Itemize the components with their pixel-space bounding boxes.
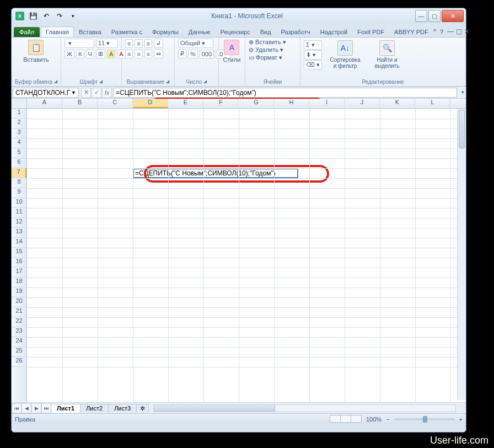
cancel-formula-button[interactable]: ✕	[81, 88, 91, 98]
qat-redo-icon[interactable]: ↷	[53, 10, 66, 22]
styles-button[interactable]: A Стили	[222, 39, 241, 64]
paste-button[interactable]: 📋 Вставить	[15, 39, 57, 64]
row-header-20[interactable]: 20	[12, 297, 26, 307]
help-icon[interactable]: ？	[438, 28, 445, 37]
zoom-slider-knob[interactable]	[423, 416, 427, 423]
zoom-in-button[interactable]: +	[459, 416, 463, 423]
mdi-max-icon[interactable]: ▢	[456, 28, 462, 37]
wrap-text-button[interactable]: ↲	[154, 39, 163, 48]
tab-addins[interactable]: Надстрой	[315, 26, 352, 37]
sort-filter-button[interactable]: A↓ Сортировка и фильтр	[326, 39, 364, 70]
qat-customize-icon[interactable]: ▾	[67, 10, 79, 22]
page-break-view-button[interactable]	[351, 415, 362, 423]
sheet-tab-3[interactable]: Лист3	[108, 404, 137, 413]
active-cell-editor[interactable]: =СЦЕПИТЬ("С Новым";СИМВОЛ(10);"Годом")	[133, 168, 298, 178]
page-layout-view-button[interactable]	[340, 415, 351, 423]
row-header-3[interactable]: 3	[12, 129, 26, 138]
tab-data[interactable]: Данные	[184, 26, 216, 37]
mdi-min-icon[interactable]: —	[447, 28, 454, 37]
tab-developer[interactable]: Разработч	[276, 26, 315, 37]
row-header-26[interactable]: 26	[12, 357, 26, 367]
row-header-19[interactable]: 19	[12, 287, 26, 297]
align-right-button[interactable]: ≡	[144, 50, 152, 58]
italic-button[interactable]: К	[76, 50, 84, 58]
sheet-tab-2[interactable]: Лист2	[80, 404, 109, 413]
sheet-nav-next-icon[interactable]: ▶	[31, 403, 41, 413]
insert-cells-button[interactable]: ⊕ Вставить ▾	[249, 39, 286, 46]
clipboard-launcher-icon[interactable]: ◢	[54, 79, 57, 85]
find-select-button[interactable]: 🔍 Найти и выделить	[368, 39, 406, 70]
mdi-close-icon[interactable]: ✕	[464, 28, 470, 37]
maximize-button[interactable]: ▢	[428, 10, 441, 22]
vertical-scrollbar[interactable]	[457, 109, 466, 400]
row-header-24[interactable]: 24	[12, 337, 26, 347]
tab-review[interactable]: Рецензирс	[216, 26, 255, 37]
tab-foxit[interactable]: Foxit PDF	[352, 26, 389, 37]
zoom-slider[interactable]	[394, 418, 455, 420]
sheet-nav-last-icon[interactable]: ⏭	[41, 403, 51, 413]
zoom-out-button[interactable]: −	[386, 416, 389, 423]
insert-function-button[interactable]: fx	[102, 88, 112, 98]
vscroll-thumb[interactable]	[459, 110, 465, 148]
row-header-4[interactable]: 4	[12, 138, 26, 148]
column-header-K[interactable]: K	[380, 99, 415, 108]
percent-button[interactable]: %	[188, 50, 198, 58]
row-header-22[interactable]: 22	[12, 317, 26, 327]
tab-home[interactable]: Главная	[41, 26, 74, 37]
sheet-nav-first-icon[interactable]: ⏮	[12, 403, 22, 413]
clear-button[interactable]: ⌫ ▾	[304, 60, 322, 70]
row-header-15[interactable]: 15	[12, 248, 26, 258]
column-header-H[interactable]: H	[274, 99, 309, 108]
column-header-D[interactable]: D	[133, 99, 168, 108]
row-header-17[interactable]: 17	[12, 268, 26, 278]
tab-view[interactable]: Вид	[255, 26, 276, 37]
tab-abbyy[interactable]: ABBYY PDF	[389, 26, 433, 37]
row-header-11[interactable]: 11	[12, 208, 26, 218]
fill-color-button[interactable]: A	[107, 50, 115, 58]
autosum-button[interactable]: Σ ▾	[304, 40, 322, 50]
align-center-button[interactable]: ≡	[135, 50, 142, 58]
tab-formulas[interactable]: Формулы	[147, 26, 184, 37]
minimize-button[interactable]: —	[415, 10, 427, 22]
row-header-23[interactable]: 23	[12, 327, 26, 337]
name-box[interactable]: СТАНДОТКЛОН.Г ▼	[13, 88, 79, 98]
row-header-7[interactable]: 7	[12, 168, 26, 178]
sheet-tab-1[interactable]: Лист1	[51, 404, 80, 413]
normal-view-button[interactable]	[330, 415, 341, 423]
column-header-F[interactable]: F	[203, 99, 239, 108]
align-left-button[interactable]: ≡	[125, 50, 133, 58]
align-middle-button[interactable]: ≡	[135, 39, 142, 48]
qat-undo-icon[interactable]: ↶	[40, 10, 52, 22]
row-header-13[interactable]: 13	[12, 228, 26, 238]
cells-area[interactable]: =СЦЕПИТЬ("С Новым";СИМВОЛ(10);"Годом")	[27, 109, 466, 402]
column-header-B[interactable]: B	[62, 99, 98, 108]
number-launcher-icon[interactable]: ◢	[203, 79, 207, 85]
align-bottom-button[interactable]: ≡	[144, 39, 152, 48]
column-header-E[interactable]: E	[168, 99, 203, 108]
comma-button[interactable]: 000	[200, 50, 214, 58]
tab-file[interactable]: Файл	[14, 27, 40, 37]
font-name-select[interactable]: ▾	[65, 39, 94, 48]
font-launcher-icon[interactable]: ◢	[99, 79, 103, 85]
tab-insert[interactable]: Вставка	[74, 26, 106, 37]
new-sheet-button[interactable]: ✲	[136, 404, 149, 413]
column-header-I[interactable]: I	[309, 99, 345, 108]
row-header-5[interactable]: 5	[12, 148, 26, 158]
delete-cells-button[interactable]: ⊖ Удалить ▾	[249, 46, 283, 54]
sheet-nav-prev-icon[interactable]: ◀	[22, 403, 31, 413]
row-header-1[interactable]: 1	[12, 109, 26, 119]
bold-button[interactable]: Ж	[65, 50, 74, 58]
hscroll-thumb[interactable]	[154, 405, 275, 412]
currency-button[interactable]: ₽	[178, 49, 186, 58]
format-cells-button[interactable]: ▭ Формат ▾	[249, 54, 282, 61]
row-header-8[interactable]: 8	[12, 178, 26, 188]
font-size-select[interactable]: 11 ▾	[96, 39, 118, 48]
row-header-14[interactable]: 14	[12, 238, 26, 248]
column-header-L[interactable]: L	[415, 99, 450, 108]
column-header-C[interactable]: C	[98, 99, 133, 108]
formula-input[interactable]: =СЦЕПИТЬ("С Новым";СИМВОЛ(10);"Годом") ▾	[113, 88, 457, 98]
row-header-25[interactable]: 25	[12, 347, 26, 357]
row-header-10[interactable]: 10	[12, 198, 26, 208]
number-format-select[interactable]: Общий ▾	[178, 39, 213, 48]
column-header-A[interactable]: A	[27, 99, 62, 108]
